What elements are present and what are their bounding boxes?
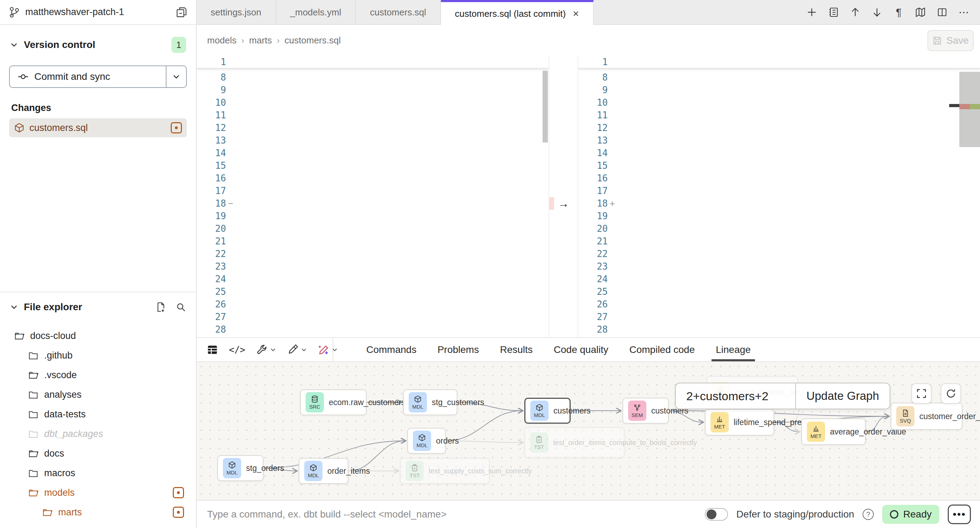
refresh-button[interactable] bbox=[941, 384, 961, 404]
tab--models-yml[interactable]: _models.yml bbox=[276, 0, 356, 25]
diff-pane-modified[interactable]: 1 89101112131415161718+19202122232425262… bbox=[578, 56, 980, 337]
bottom-panel-tabs: </> CommandsProblemsResultsCode qualityC… bbox=[197, 337, 980, 362]
sidebar-item--vscode[interactable]: .vscode bbox=[7, 365, 189, 385]
arrow-down-icon[interactable] bbox=[870, 7, 884, 18]
lineage-node-order_items[interactable]: MDLorder_items bbox=[299, 458, 348, 484]
lineage-selector-input[interactable]: 2+customers+2 bbox=[676, 384, 795, 409]
code-line-21: 21 bbox=[197, 235, 549, 247]
lineage-node-test_order_items[interactable]: TSTtest_order_items_compute_to_bools_cor… bbox=[524, 427, 625, 458]
line-number: 18 bbox=[197, 198, 226, 209]
commit-options-button[interactable] bbox=[166, 66, 186, 87]
lineage-node-ecom_raw_customers[interactable]: SRCecom.raw_customers bbox=[300, 389, 367, 415]
plus-icon[interactable] bbox=[805, 7, 819, 18]
format-icon[interactable] bbox=[287, 344, 307, 356]
code-line-22: 22 bbox=[578, 247, 980, 260]
lineage-node-cust_order_metrics[interactable]: SVQcustomer_order_metrics bbox=[891, 403, 963, 430]
mdl-badge-icon: MDL bbox=[413, 431, 431, 451]
project-name: matthewshaver-patch-1 bbox=[25, 7, 171, 17]
sem-badge-icon: SEM bbox=[628, 401, 646, 421]
left-scrollbar[interactable] bbox=[542, 71, 548, 143]
sidebar-item-marts[interactable]: marts bbox=[7, 503, 189, 522]
code-icon[interactable]: </> bbox=[229, 344, 245, 355]
fullscreen-button[interactable] bbox=[911, 384, 932, 404]
code-line-25: 25 bbox=[578, 285, 980, 298]
search-icon[interactable] bbox=[176, 302, 186, 312]
sidebar-item--github[interactable]: .github bbox=[7, 346, 189, 365]
help-icon[interactable]: ? bbox=[862, 509, 874, 520]
commit-and-sync-button[interactable]: Commit and sync bbox=[10, 66, 166, 87]
sidebar-item-dbt-packages[interactable]: dbt_packages bbox=[7, 424, 189, 444]
pilcrow-icon[interactable]: ¶ bbox=[892, 6, 906, 18]
sidebar-item-macros[interactable]: macros bbox=[7, 463, 189, 483]
new-file-icon[interactable] bbox=[155, 302, 166, 312]
command-input[interactable]: Type a command, ex. dbt build --select <… bbox=[207, 509, 705, 520]
diff-pane-original[interactable]: 1 89101112131415161718−19202122232425262… bbox=[197, 56, 549, 337]
status-circle-icon bbox=[890, 510, 898, 518]
apply-change-arrow-icon[interactable]: → bbox=[549, 197, 578, 210]
lineage-node-orders[interactable]: MDLorders bbox=[407, 428, 446, 454]
sidebar-item-data-tests[interactable]: data-tests bbox=[7, 404, 189, 424]
panel-tab-Problems[interactable]: Problems bbox=[427, 338, 489, 362]
panel-tab-Compiled-code[interactable]: Compiled code bbox=[619, 338, 705, 362]
code-line-8: 8 bbox=[197, 71, 549, 84]
split-columns-icon[interactable] bbox=[935, 7, 949, 18]
folder-closed-icon bbox=[28, 468, 38, 478]
folder-name: dbt_packages bbox=[44, 428, 184, 439]
copy-file-icon[interactable] bbox=[176, 6, 188, 18]
lineage-panel[interactable]: SRCecom.raw_customersMDLstg_customersMDL… bbox=[197, 362, 980, 500]
code-line-22: 22 bbox=[197, 247, 549, 260]
panel-tab-Lineage[interactable]: Lineage bbox=[705, 338, 761, 362]
model-cube-icon bbox=[14, 122, 24, 133]
line-number: 14 bbox=[578, 148, 608, 158]
breadcrumb-item-models[interactable]: models bbox=[207, 35, 237, 46]
sidebar-item-docs[interactable]: docs bbox=[7, 444, 189, 463]
fix-icon[interactable] bbox=[318, 344, 338, 356]
file-explorer-header[interactable]: File explorer bbox=[7, 299, 189, 316]
save-button[interactable]: Save bbox=[928, 30, 974, 51]
code-line-10: 10 bbox=[197, 96, 549, 109]
preview-table-icon[interactable] bbox=[207, 344, 218, 356]
line-number: 1 bbox=[197, 57, 226, 67]
lineage-node-lifetime_spend[interactable]: METlifetime_spend_pretax bbox=[705, 409, 774, 436]
arrow-up-icon[interactable] bbox=[848, 7, 862, 18]
build-icon[interactable] bbox=[256, 344, 276, 356]
lineage-node-stg_customers[interactable]: MDLstg_customers bbox=[403, 389, 457, 415]
code-line-24: 24 bbox=[578, 273, 980, 285]
panel-tab-Commands[interactable]: Commands bbox=[356, 338, 427, 362]
tab-settings-json[interactable]: settings.json bbox=[197, 0, 276, 25]
ellipsis-icon[interactable]: ⋯ bbox=[957, 6, 971, 18]
sidebar-item-docs-cloud[interactable]: docs-cloud bbox=[7, 326, 189, 346]
minimap-slider[interactable] bbox=[959, 72, 980, 147]
commit-and-sync-label: Commit and sync bbox=[34, 71, 110, 82]
folder-name: models bbox=[44, 487, 167, 498]
lineage-node-customers_mdl[interactable]: MDLcustomers bbox=[524, 398, 571, 424]
tab-customers-sql[interactable]: customers.sql bbox=[356, 0, 441, 25]
changed-file-row[interactable]: customers.sql bbox=[9, 118, 187, 137]
sidebar-item-models[interactable]: models bbox=[7, 483, 189, 503]
panel-tab-Results[interactable]: Results bbox=[489, 338, 543, 362]
commit-and-sync-split-button: Commit and sync bbox=[9, 65, 187, 88]
code-line-13: 13 bbox=[197, 134, 549, 147]
close-icon[interactable]: × bbox=[573, 8, 579, 19]
line-number: 16 bbox=[578, 173, 608, 184]
tab-customers-sql-last-commit-[interactable]: customers.sql (last commit)× bbox=[441, 0, 594, 25]
sidebar-item-analyses[interactable]: analyses bbox=[7, 385, 189, 404]
panel-tab-Code-quality[interactable]: Code quality bbox=[543, 338, 619, 362]
breadcrumb-item-marts[interactable]: marts bbox=[249, 35, 272, 46]
code-line-23: 23 bbox=[197, 260, 549, 273]
lineage-node-test_supply[interactable]: TSTtest_supply_costs_sum_correctly bbox=[400, 458, 490, 484]
map-icon[interactable] bbox=[913, 7, 928, 18]
lineage-node-customers_sem[interactable]: SEMcustomers bbox=[622, 398, 669, 424]
lineage-node-stg_orders[interactable]: MDLstg_orders bbox=[217, 455, 264, 481]
notebook-list-icon[interactable] bbox=[826, 7, 840, 18]
lineage-edge bbox=[669, 411, 889, 416]
breadcrumb-item-customers-sql[interactable]: customers.sql bbox=[285, 35, 341, 46]
more-options-button[interactable]: ••• bbox=[948, 504, 971, 524]
version-control-header[interactable]: Version control 1 bbox=[7, 34, 189, 55]
mdl-badge-icon: MDL bbox=[409, 392, 427, 412]
line-number: 19 bbox=[197, 211, 226, 221]
update-graph-button[interactable]: Update Graph bbox=[795, 384, 889, 409]
modified-status-badge bbox=[173, 487, 184, 498]
defer-toggle[interactable] bbox=[705, 508, 728, 521]
lineage-node-avg_order_value[interactable]: METaverage_order_value bbox=[801, 419, 866, 445]
